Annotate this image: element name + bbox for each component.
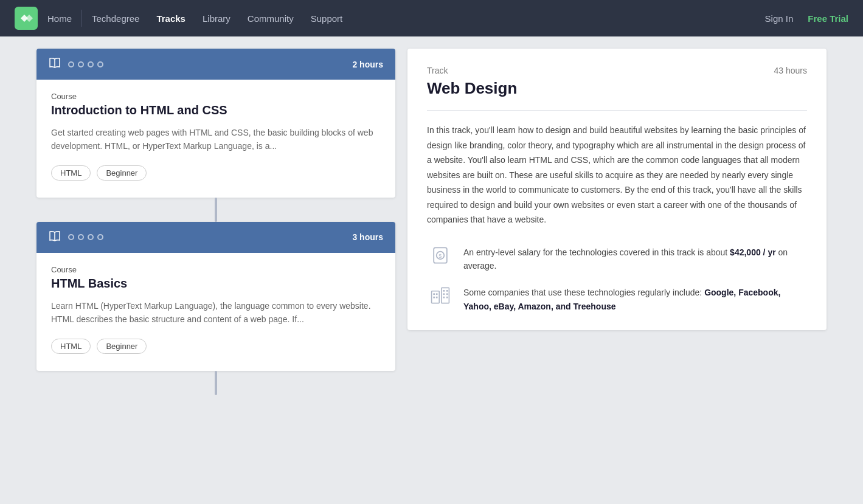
dot-1 (68, 61, 74, 67)
course-1-title: Introduction to HTML and CSS (51, 103, 381, 117)
svg-rect-6 (432, 291, 440, 303)
course-2-desc: Learn HTML (HyperText Markup Language), … (51, 299, 381, 326)
dot-2 (78, 61, 84, 67)
course-card-1-header: 2 hours (36, 49, 395, 80)
svg-rect-11 (436, 297, 438, 299)
right-column: Track 43 hours Web Design In this track,… (407, 49, 827, 395)
course-2-tag-beginner[interactable]: Beginner (97, 339, 147, 354)
course-card-2-header-left (49, 230, 103, 244)
course-1-tag-html[interactable]: HTML (51, 165, 91, 181)
dot-5 (68, 234, 74, 240)
course-2-tag-html[interactable]: HTML (51, 339, 91, 354)
book-icon-1 (49, 57, 61, 71)
nav-right: Sign In Free Trial (765, 13, 848, 24)
main-container: 2 hours Course Introduction to HTML and … (0, 36, 863, 407)
course-1-desc: Get started creating web pages with HTML… (51, 126, 381, 153)
book-icon-2 (49, 230, 61, 244)
dot-4 (97, 61, 103, 67)
svg-rect-8 (433, 294, 435, 295)
track-salary-item: $ An entry-level salary for the technolo… (427, 242, 807, 273)
course-1-label: Course (51, 92, 381, 101)
track-card-header: Track 43 hours (427, 66, 807, 75)
course-2-label: Course (51, 265, 381, 274)
track-divider (427, 110, 807, 111)
free-trial-link[interactable]: Free Trial (808, 13, 848, 24)
navigation: Home Techdegree Tracks Library Community… (0, 0, 863, 36)
svg-rect-13 (443, 294, 445, 295)
track-desc: In this track, you'll learn how to desig… (427, 123, 807, 227)
nav-divider (81, 10, 82, 27)
dot-3 (88, 61, 94, 67)
nav-library[interactable]: Library (203, 13, 230, 24)
course-1-tags: HTML Beginner (51, 165, 381, 185)
svg-rect-15 (446, 290, 448, 292)
svg-rect-16 (446, 294, 448, 295)
dot-7 (88, 234, 94, 240)
salary-text: An entry-level salary for the technologi… (463, 242, 807, 273)
companies-text: Some companies that use these technologi… (463, 282, 807, 313)
connector-1 (215, 198, 217, 222)
course-2-tags: HTML Beginner (51, 339, 381, 359)
nav-links: Techdegree Tracks Library Community Supp… (92, 13, 765, 24)
nav-support[interactable]: Support (311, 13, 343, 24)
nav-techdegree[interactable]: Techdegree (92, 13, 139, 24)
connector-2 (215, 371, 217, 395)
track-title: Web Design (427, 79, 807, 98)
track-companies-item: Some companies that use these technologi… (427, 282, 807, 313)
salary-icon: $ (427, 242, 454, 269)
course-card-2-body: Course HTML Basics Learn HTML (HyperText… (36, 253, 395, 371)
nav-home[interactable]: Home (47, 13, 72, 24)
svg-rect-14 (443, 297, 445, 299)
left-column: 2 hours Course Introduction to HTML and … (36, 49, 395, 395)
course-card-2-header: 3 hours (36, 222, 395, 253)
track-card: Track 43 hours Web Design In this track,… (407, 49, 827, 330)
svg-rect-9 (433, 297, 435, 299)
course-1-tag-beginner[interactable]: Beginner (97, 165, 147, 181)
progress-dots-2 (68, 234, 103, 240)
svg-rect-12 (443, 290, 445, 292)
dot-8 (97, 234, 103, 240)
nav-tracks[interactable]: Tracks (156, 13, 185, 24)
dot-6 (78, 234, 84, 240)
signin-link[interactable]: Sign In (765, 13, 794, 24)
svg-text:$: $ (438, 252, 442, 258)
svg-rect-17 (446, 297, 448, 299)
course-2-title: HTML Basics (51, 277, 381, 291)
course-1-hours: 2 hours (352, 60, 383, 69)
nav-community[interactable]: Community (248, 13, 294, 24)
companies-icon (427, 282, 454, 309)
progress-dots-1 (68, 61, 103, 67)
course-card-1-body: Course Introduction to HTML and CSS Get … (36, 80, 395, 198)
course-card-1: 2 hours Course Introduction to HTML and … (36, 49, 395, 198)
course-card-1-header-left (49, 57, 103, 71)
track-label: Track (427, 66, 448, 75)
course-2-hours: 3 hours (352, 232, 383, 242)
course-card-2: 3 hours Course HTML Basics Learn HTML (H… (36, 222, 395, 371)
logo[interactable] (15, 7, 38, 30)
track-hours: 43 hours (774, 66, 807, 75)
svg-rect-10 (436, 294, 438, 295)
track-info-items: $ An entry-level salary for the technolo… (427, 242, 807, 314)
